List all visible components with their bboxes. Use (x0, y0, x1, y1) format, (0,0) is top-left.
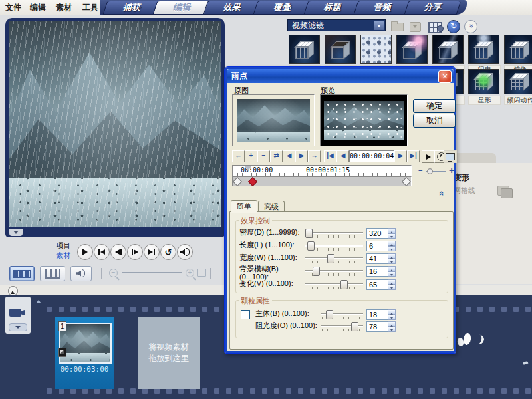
filter-item[interactable]: 频闪动作 (504, 69, 532, 105)
volume-button[interactable] (177, 244, 193, 260)
keyframe-current-diamond[interactable] (248, 177, 257, 186)
prev-frame-button[interactable] (110, 244, 126, 260)
add-keyframe-icon: + (249, 152, 253, 159)
timeline-zoom-slider[interactable] (122, 272, 182, 273)
tab-basic[interactable]: 简单 (231, 200, 257, 213)
keyframe-ruler[interactable]: 00:00:00 00:00:01:15 (232, 165, 412, 177)
menu-edit[interactable]: 编辑 (30, 2, 46, 13)
load-folder-button[interactable] (391, 20, 404, 31)
tab-effect[interactable]: 效果 (207, 0, 257, 15)
remove-keyframe-button[interactable]: − (257, 150, 270, 162)
opacity-input[interactable] (366, 321, 390, 332)
density-spinner[interactable] (388, 228, 396, 239)
dlg-prev-frame-button[interactable]: ◀ (336, 150, 349, 162)
body-checkbox[interactable] (241, 310, 250, 319)
device-preview-button[interactable] (444, 150, 457, 163)
tab-capture[interactable]: 捕获 (106, 0, 156, 15)
width-input[interactable] (366, 253, 390, 264)
speaker-icon (180, 249, 185, 255)
track-chevron-button[interactable] (9, 323, 27, 331)
background-blur-input[interactable] (366, 266, 390, 277)
dlg-play-button[interactable] (422, 150, 435, 163)
variation-slider[interactable] (305, 279, 363, 290)
filter-cube-icon (468, 69, 499, 94)
tab-audio[interactable]: 音频 (357, 0, 407, 15)
width-spinner[interactable] (388, 253, 396, 264)
tab-overlay[interactable]: 覆叠 (257, 0, 307, 15)
zoom-out-icon[interactable]: − (109, 269, 118, 277)
opacity-slider[interactable] (321, 321, 363, 332)
menu-tools[interactable]: 工具 (82, 2, 98, 13)
body-input[interactable] (366, 309, 390, 320)
audio-view-button[interactable] (70, 266, 92, 281)
keyframe-strip[interactable] (232, 176, 412, 186)
keyframe-start-diamond[interactable] (233, 177, 242, 186)
options-button[interactable] (428, 20, 442, 31)
storyboard-view-button[interactable] (9, 266, 35, 281)
end-button[interactable] (144, 244, 160, 260)
variation-spinner[interactable] (388, 279, 396, 290)
close-button[interactable]: ✕ (438, 70, 452, 83)
home-button[interactable] (94, 244, 110, 260)
dlg-zoom-out[interactable]: − (418, 166, 422, 174)
opacity-spinner[interactable] (388, 321, 396, 332)
filter-item[interactable]: 镜像 (504, 35, 532, 74)
play-button[interactable] (77, 244, 93, 260)
menu-file[interactable]: 文件 (5, 2, 21, 13)
goto-next-keyframe-button[interactable]: → (308, 150, 321, 162)
density-input[interactable] (366, 228, 390, 239)
ok-button[interactable]: 确定 (413, 99, 456, 113)
clip-mode-label[interactable]: 素材 (56, 251, 70, 261)
body-spinner[interactable] (388, 309, 396, 320)
project-mode-label[interactable]: 项目 (56, 241, 70, 251)
body-slider[interactable] (321, 309, 363, 320)
dialog-titlebar[interactable]: 雨点 ✕ (227, 69, 454, 83)
background-blur-slider[interactable] (305, 266, 363, 277)
empty-drop-cell[interactable]: 将视频素材拖放到这里 (138, 317, 200, 389)
length-slider[interactable] (305, 241, 363, 251)
raindrop-filter-dialog: 雨点 ✕ 原图 预览 确定 取消 ← + − ⇄ ◀ ▶ → |◀ (224, 66, 456, 354)
length-spinner[interactable] (388, 241, 396, 251)
dlg-zoom-thumb[interactable] (427, 168, 433, 174)
clip-number-badge: 1 (58, 321, 66, 331)
tab-title[interactable]: 标题 (307, 0, 357, 15)
sort-button[interactable]: ↻ (447, 20, 460, 31)
repeat-button[interactable]: ↺ (160, 244, 176, 260)
dlg-home-button[interactable]: |◀ (324, 150, 336, 162)
import-clip-button[interactable] (410, 20, 423, 31)
add-keyframe-button[interactable]: + (245, 150, 257, 162)
tab-share[interactable]: 分享 (408, 0, 458, 15)
dlg-end-button[interactable]: ▶| (407, 150, 420, 162)
remove-keyframe-icon: − (262, 152, 266, 159)
background-blur-spinner[interactable] (388, 266, 396, 277)
length-input[interactable] (366, 241, 390, 251)
clip-cell-selected[interactable]: 1 00:00:03:00 (55, 317, 114, 389)
gridlines-label[interactable]: 网格线 (454, 186, 475, 196)
filter-item[interactable]: 闪电 (468, 35, 499, 74)
timeline-view-button[interactable] (40, 266, 65, 281)
cancel-button[interactable]: 取消 (413, 114, 456, 128)
width-slider[interactable] (305, 253, 363, 264)
shift-left-button[interactable]: ◀ (283, 150, 295, 162)
width-row: 宽度(W) (1...100): (230, 253, 453, 265)
density-slider[interactable] (305, 228, 363, 239)
fit-project-icon[interactable] (197, 269, 206, 277)
dlg-zoom-in[interactable]: + (449, 165, 454, 176)
shift-right-button[interactable]: ▶ (295, 150, 308, 162)
expand-library-button[interactable]: « (464, 20, 477, 31)
zoom-in-icon[interactable]: + (186, 269, 194, 277)
reverse-keyframes-button[interactable]: ⇄ (270, 150, 283, 162)
monitor-pulldown-tab[interactable] (9, 229, 23, 236)
scrubber-icon[interactable] (245, 166, 251, 174)
menu-clip[interactable]: 素材 (56, 2, 72, 13)
next-frame-button[interactable] (127, 244, 143, 260)
goto-prev-keyframe-button[interactable]: ← (232, 150, 245, 162)
tab-edit[interactable]: 编辑 (156, 0, 206, 15)
filter-item[interactable]: 星形 (468, 69, 499, 105)
gallery-dropdown[interactable]: 视频滤镜 (287, 19, 386, 31)
dlg-next-frame-button[interactable]: ▶ (394, 150, 407, 162)
keyframe-end-diamond[interactable] (402, 177, 411, 186)
dropdown-arrow-icon[interactable] (374, 21, 384, 30)
collapse-chevron-icon[interactable]: « (437, 191, 447, 196)
variation-input[interactable] (366, 279, 390, 290)
